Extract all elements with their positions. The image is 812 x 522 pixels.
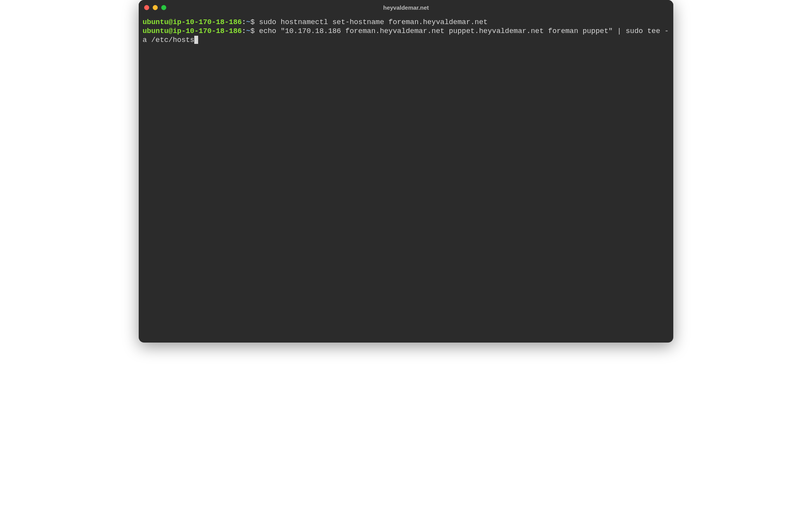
prompt-symbol: $: [251, 27, 259, 35]
prompt-user-host: ubuntu@ip-10-170-18-186: [143, 27, 242, 35]
prompt-colon: :: [242, 18, 246, 26]
command-text: sudo hostnamectl set-hostname foreman.he…: [259, 18, 488, 26]
terminal-line: ubuntu@ip-10-170-18-186:~$ echo "10.170.…: [143, 27, 669, 45]
window-title: heyvaldemar.net: [139, 4, 673, 11]
prompt-colon: :: [242, 27, 246, 35]
prompt-cwd: ~: [246, 27, 250, 35]
titlebar: heyvaldemar.net: [139, 0, 673, 15]
terminal-window: heyvaldemar.net ubuntu@ip-10-170-18-186:…: [139, 0, 673, 343]
prompt-cwd: ~: [246, 18, 250, 26]
maximize-icon[interactable]: [161, 5, 166, 10]
terminal-line: ubuntu@ip-10-170-18-186:~$ sudo hostname…: [143, 18, 669, 27]
prompt-symbol: $: [251, 18, 259, 26]
minimize-icon[interactable]: [153, 5, 158, 10]
traffic-lights: [144, 5, 166, 10]
close-icon[interactable]: [144, 5, 149, 10]
terminal-body[interactable]: ubuntu@ip-10-170-18-186:~$ sudo hostname…: [139, 15, 673, 343]
prompt-user-host: ubuntu@ip-10-170-18-186: [143, 18, 242, 26]
cursor-icon: [194, 36, 198, 44]
